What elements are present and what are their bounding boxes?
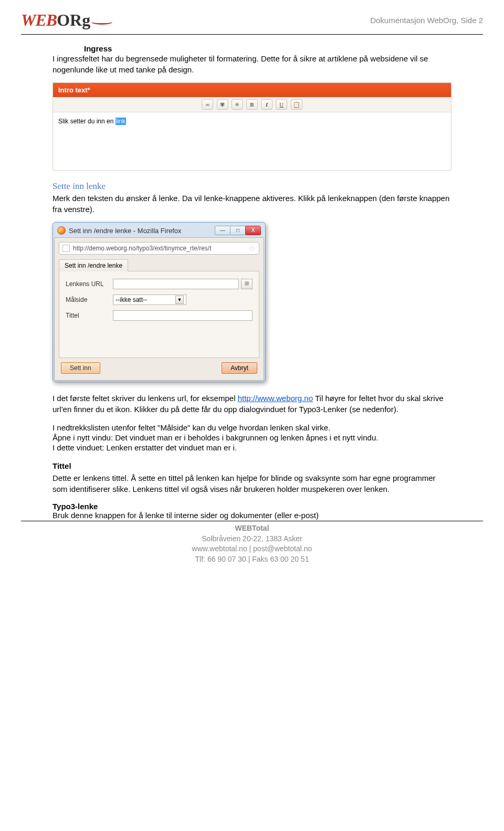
- row-target: Målside --ikke satt-- ▼: [66, 294, 253, 305]
- paste-icon[interactable]: 📋: [291, 99, 302, 110]
- label-title: Tittel: [66, 312, 113, 319]
- link-dialog-window: Sett inn /endre lenke - Mozilla Firefox …: [52, 222, 266, 382]
- underline-icon[interactable]: U: [276, 99, 287, 110]
- p1-pre: I det første feltet skriver du lenkens u…: [52, 394, 238, 403]
- ingress-body: I ingressfeltet har du begrensede muligh…: [52, 53, 452, 75]
- unlink-icon[interactable]: ✾: [217, 99, 228, 110]
- dropdown-p4: I dette vinduet: Lenken erstatter det vi…: [52, 442, 452, 453]
- tab-area: Sett inn /endre lenke Lenkens URL ⊞ Måls…: [59, 259, 259, 358]
- footer-divider: [21, 521, 483, 521]
- row-url: Lenkens URL ⊞: [66, 279, 253, 289]
- header-divider: [21, 34, 483, 35]
- link-icon[interactable]: ∞: [202, 99, 213, 110]
- tittel-body: Dette er lenkens tittel. Å sette en titt…: [52, 472, 452, 495]
- dropdown-p2: I nedtrekkslisten utenfor feltet "Målsid…: [52, 422, 452, 433]
- page-icon: [62, 245, 70, 252]
- bold-icon[interactable]: B: [246, 99, 258, 110]
- example-url-link[interactable]: http://www.weborg.no: [238, 394, 313, 403]
- dialog-buttons: Sett inn Avbryt: [59, 358, 259, 376]
- window-buttons: — □ X: [215, 226, 261, 235]
- italic-icon[interactable]: I: [261, 99, 272, 110]
- target-select[interactable]: --ikke satt-- ▼: [113, 294, 186, 305]
- url-input[interactable]: [113, 279, 239, 289]
- url-bar-text: http://demo.weborg.no/typo3/ext/tinymce_…: [73, 245, 211, 252]
- first-field-p1: I det første feltet skriver du lenkens u…: [52, 393, 452, 415]
- ingress-heading: Ingress: [84, 44, 452, 53]
- browse-button[interactable]: ⊞: [241, 279, 253, 289]
- footer-address: Solbråveien 20-22, 1383 Asker: [21, 534, 483, 544]
- maximize-button[interactable]: □: [230, 226, 246, 235]
- document-page-title: Dokumentasjon WebOrg, Side 2: [370, 16, 483, 25]
- content-area: Ingress I ingressfeltet har du begrensed…: [21, 44, 483, 520]
- tittel-heading: Tittel: [52, 460, 452, 471]
- logo-web: WEB: [21, 10, 57, 29]
- sette-inn-lenke-heading: Sette inn lenke: [52, 181, 452, 192]
- firefox-icon: [57, 226, 66, 235]
- anchor-icon[interactable]: ✳: [232, 99, 243, 110]
- target-value: --ikke satt--: [116, 296, 147, 303]
- editor-title: Intro text*: [53, 83, 451, 97]
- label-target: Målside: [66, 296, 113, 303]
- sette-inn-lenke-body: Merk den teksten du ønsker å lenke. Da v…: [52, 193, 452, 215]
- logo-swoosh-icon: [91, 19, 112, 25]
- dialog-titlebar: Sett inn /endre lenke - Mozilla Firefox …: [54, 224, 264, 237]
- editor-body[interactable]: Slik setter du inn en link: [53, 112, 451, 170]
- footer-phone: Tlf: 66 90 07 30 | Faks 63 00 20 51: [21, 554, 483, 565]
- browser-url-bar[interactable]: http://demo.weborg.no/typo3/ext/tinymce_…: [59, 242, 259, 255]
- intro-text-editor: Intro text* ∞ ✾ ✳ B I U 📋 Slik setter du…: [52, 82, 452, 171]
- row-title: Tittel: [66, 310, 253, 321]
- footer: WEBTotal Solbråveien 20-22, 1383 Asker w…: [21, 523, 483, 564]
- editor-sample-text: Slik setter du inn en: [58, 118, 116, 125]
- dialog-body: http://demo.weborg.no/typo3/ext/tinymce_…: [54, 237, 264, 381]
- footer-company: WEBTotal: [21, 523, 483, 534]
- cancel-button[interactable]: Avbryt: [222, 362, 257, 374]
- tab-insert-link[interactable]: Sett inn /endre lenke: [59, 259, 128, 271]
- footer-contact: www.webtotal.no | post@webtotal.no: [21, 544, 483, 554]
- favorite-star-icon[interactable]: ☆: [249, 244, 256, 253]
- editor-selected-text: link: [116, 118, 126, 125]
- page-header: WEBORg Dokumentasjon WebOrg, Side 2: [21, 10, 483, 30]
- label-url: Lenkens URL: [66, 280, 113, 288]
- title-input[interactable]: [113, 310, 253, 321]
- typo3-body: Bruk denne knappen for å lenke til inter…: [52, 511, 452, 520]
- close-button[interactable]: X: [245, 226, 261, 235]
- chevron-down-icon: ▼: [175, 296, 184, 304]
- dropdown-p3: Åpne i nytt vindu: Det vinduet man er i …: [52, 433, 452, 442]
- editor-toolbar: ∞ ✾ ✳ B I U 📋: [53, 97, 451, 112]
- minimize-button[interactable]: —: [215, 226, 230, 235]
- insert-button[interactable]: Sett inn: [61, 362, 100, 374]
- dialog-title: Sett inn /endre lenke - Mozilla Firefox: [69, 227, 182, 235]
- tab-panel: Lenkens URL ⊞ Målside --ikke satt-- ▼: [59, 271, 259, 358]
- typo3-heading: Typo3-lenke: [52, 502, 452, 511]
- logo-org: ORg: [57, 10, 90, 29]
- logo: WEBORg: [21, 10, 112, 30]
